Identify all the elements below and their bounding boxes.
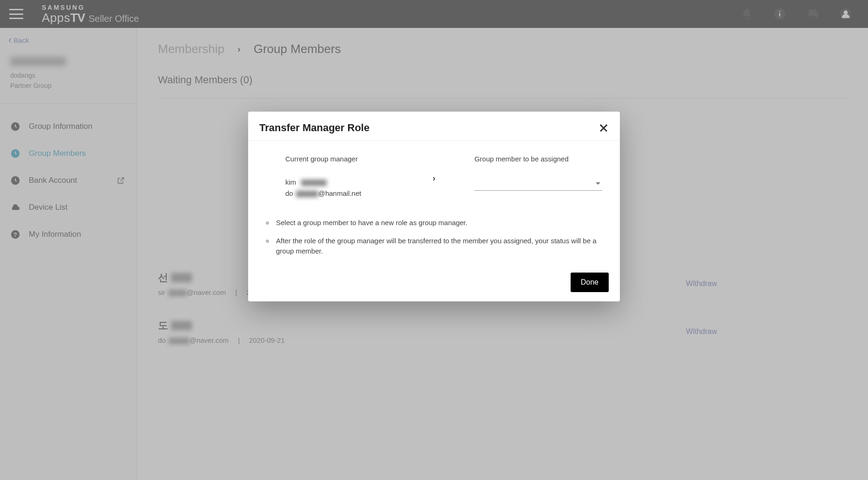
assign-member-dropdown[interactable] [474, 177, 602, 191]
current-manager-name: kim [285, 177, 394, 188]
assign-member-label: Group member to be assigned [474, 155, 602, 163]
modal-info-bullet: After the role of the group manager will… [266, 236, 602, 257]
modal-title: Transfer Manager Role [259, 122, 369, 134]
modal-info-bullet: Select a group member to have a new role… [266, 218, 602, 228]
current-manager-label: Current group manager [285, 155, 394, 163]
transfer-manager-modal: Transfer Manager Role Current group mana… [248, 112, 620, 301]
chevron-right-icon: › [433, 173, 435, 183]
close-icon[interactable] [598, 123, 609, 133]
current-manager-email: do@hanmail.net [285, 188, 394, 199]
done-button[interactable]: Done [571, 273, 609, 292]
chevron-down-icon [596, 182, 600, 185]
modal-overlay[interactable]: Transfer Manager Role Current group mana… [0, 0, 868, 480]
